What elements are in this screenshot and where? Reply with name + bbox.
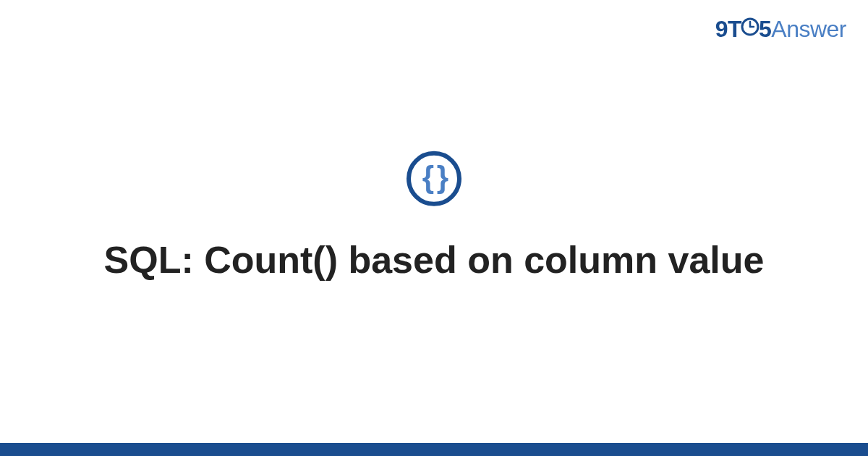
logo-text-5: 5 bbox=[759, 16, 771, 42]
site-logo: 9T 5Answer bbox=[715, 16, 846, 44]
footer-accent-bar bbox=[0, 443, 868, 456]
braces-glyph: { } bbox=[422, 162, 446, 193]
logo-text-answer: Answer bbox=[771, 16, 846, 42]
code-braces-icon: { } bbox=[407, 151, 461, 206]
clock-icon bbox=[740, 16, 760, 43]
page-title: SQL: Count() based on column value bbox=[0, 237, 868, 284]
main-content: { } SQL: Count() based on column value bbox=[0, 151, 868, 284]
logo-text-9t: 9T bbox=[715, 16, 741, 42]
